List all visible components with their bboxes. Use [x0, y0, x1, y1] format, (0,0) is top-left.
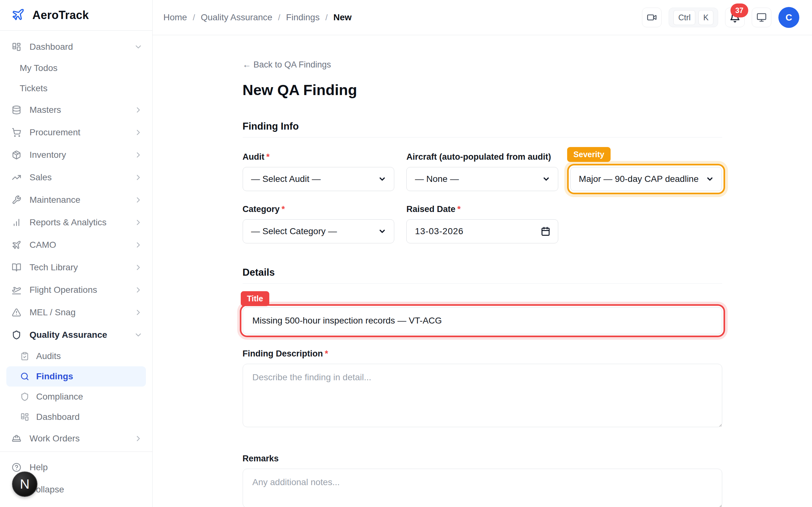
command-palette-shortcut-button[interactable]: Ctrl K: [669, 8, 718, 27]
finding-info-grid: Audit* — Select Audit — Aircraft (auto-p…: [243, 152, 722, 243]
brand-name: AeroTrack: [32, 9, 89, 22]
sidebar-item-findings[interactable]: Findings: [6, 366, 146, 387]
chevron-right-icon: [134, 218, 143, 227]
sidebar-item-work-orders[interactable]: Work Orders: [0, 427, 152, 450]
sidebar-item-procurement[interactable]: Procurement: [0, 121, 152, 144]
header-actions: Ctrl K 37 C: [642, 7, 799, 28]
aircraft-field: Aircraft (auto-populated from audit) — N…: [406, 152, 558, 191]
alert-triangle-icon: [12, 308, 21, 317]
chevron-right-icon: [134, 128, 143, 137]
chevron-right-icon: [134, 240, 143, 249]
app-root: AeroTrack Dashboard My Todos Tickets Mas…: [0, 0, 812, 507]
page-title: New QA Finding: [243, 81, 722, 99]
aircraft-select[interactable]: — None —: [406, 167, 558, 191]
calendar-icon: [541, 227, 550, 236]
severity-field: Severity Severity* Major — 90-day CAP de…: [570, 152, 722, 191]
sidebar: AeroTrack Dashboard My Todos Tickets Mas…: [0, 0, 153, 507]
chevron-right-icon: [134, 106, 143, 114]
video-call-button[interactable]: [642, 8, 662, 27]
shield-icon: [12, 330, 21, 340]
sidebar-nav: Dashboard My Todos Tickets Masters Procu…: [0, 31, 152, 450]
chevron-right-icon: [134, 285, 143, 294]
dashboard-grid-icon: [20, 412, 29, 421]
audit-select[interactable]: — Select Audit —: [243, 167, 395, 191]
chevron-right-icon: [134, 195, 143, 205]
title-highlight-badge: Title: [241, 291, 270, 306]
display-mode-button[interactable]: [752, 8, 771, 27]
plane-logo-icon: [11, 8, 25, 22]
plane-icon: [12, 240, 21, 250]
breadcrumb-quality-assurance[interactable]: Quality Assurance: [201, 12, 272, 22]
finding-description-field: Finding Description*: [243, 349, 722, 454]
book-open-icon: [12, 263, 21, 272]
chevron-down-icon: [378, 175, 386, 183]
section-heading-details: Details: [243, 267, 722, 284]
chevron-down-icon: [134, 43, 143, 51]
sidebar-item-mel-snag[interactable]: MEL / Snag: [0, 301, 152, 324]
main-area: Home / Quality Assurance / Findings / Ne…: [153, 0, 812, 507]
chevron-right-icon: [134, 151, 143, 159]
chevron-down-icon: [134, 331, 143, 339]
chevron-right-icon: [134, 263, 143, 272]
notifications-button[interactable]: 37: [725, 8, 745, 27]
sidebar-item-masters[interactable]: Masters: [0, 99, 152, 121]
sidebar-item-sales[interactable]: Sales: [0, 166, 152, 188]
help-circle-icon: [12, 463, 21, 472]
chevron-down-icon: [542, 175, 550, 183]
finding-description-textarea[interactable]: [243, 364, 722, 427]
user-avatar[interactable]: C: [778, 7, 799, 28]
breadcrumb-home[interactable]: Home: [163, 12, 187, 22]
sidebar-item-reports-analytics[interactable]: Reports & Analytics: [0, 211, 152, 233]
dashboard-grid-icon: [12, 42, 21, 52]
top-header: Home / Quality Assurance / Findings / Ne…: [153, 0, 812, 35]
brand-logo[interactable]: AeroTrack: [0, 0, 152, 31]
shield-icon: [20, 392, 29, 401]
category-select[interactable]: — Select Category —: [243, 219, 395, 243]
required-asterisk: *: [282, 205, 285, 214]
title-input[interactable]: [243, 307, 722, 334]
shopping-cart-icon: [12, 128, 21, 137]
severity-select[interactable]: Major — 90-day CAP deadline: [570, 167, 722, 191]
sidebar-item-tech-library[interactable]: Tech Library: [0, 256, 152, 279]
required-asterisk: *: [325, 349, 328, 358]
section-heading-finding-info: Finding Info: [243, 121, 722, 137]
required-asterisk: *: [457, 205, 461, 214]
sidebar-item-inventory[interactable]: Inventory: [0, 144, 152, 166]
monitor-icon: [757, 12, 767, 22]
severity-highlight-badge: Severity: [567, 147, 611, 162]
chevron-down-icon: [706, 175, 714, 183]
plane-takeoff-icon: [12, 285, 21, 295]
trending-up-icon: [12, 173, 21, 182]
video-camera-icon: [647, 12, 657, 22]
raised-date-input[interactable]: 13-03-2026: [406, 219, 558, 243]
chevron-right-icon: [134, 173, 143, 182]
sidebar-item-flight-operations[interactable]: Flight Operations: [0, 279, 152, 301]
sidebar-item-maintenance[interactable]: Maintenance: [0, 188, 152, 211]
page-content: ← Back to QA Findings New QA Finding Fin…: [153, 35, 812, 507]
back-to-findings-link[interactable]: ← Back to QA Findings: [243, 60, 722, 70]
sidebar-item-qa-dashboard[interactable]: Dashboard: [0, 407, 152, 427]
ctrl-keycap: Ctrl: [673, 10, 695, 25]
category-field: Category* — Select Category —: [243, 205, 395, 243]
wrench-icon: [12, 195, 21, 205]
package-icon: [12, 150, 21, 160]
clipboard-check-icon: [20, 352, 29, 360]
sidebar-item-audits[interactable]: Audits: [0, 346, 152, 366]
sidebar-item-compliance[interactable]: Compliance: [0, 387, 152, 407]
sidebar-item-tickets[interactable]: Tickets: [0, 78, 152, 99]
audit-field: Audit* — Select Audit —: [243, 152, 395, 191]
sidebar-item-quality-assurance[interactable]: Quality Assurance: [0, 324, 152, 346]
chevron-right-icon: [134, 308, 143, 317]
k-keycap: K: [699, 10, 713, 25]
sidebar-item-camo[interactable]: CAMO: [0, 233, 152, 256]
dev-overlay-badge[interactable]: N: [12, 471, 38, 497]
bar-chart-icon: [12, 218, 21, 227]
remarks-field: Remarks: [243, 454, 722, 507]
required-asterisk: *: [266, 152, 270, 162]
title-field: Title: [243, 289, 722, 334]
breadcrumb-findings[interactable]: Findings: [286, 12, 320, 22]
sidebar-item-my-todos[interactable]: My Todos: [0, 58, 152, 78]
remarks-textarea[interactable]: [243, 469, 722, 507]
sidebar-item-dashboard[interactable]: Dashboard: [0, 36, 152, 58]
chevron-down-icon: [378, 227, 386, 235]
